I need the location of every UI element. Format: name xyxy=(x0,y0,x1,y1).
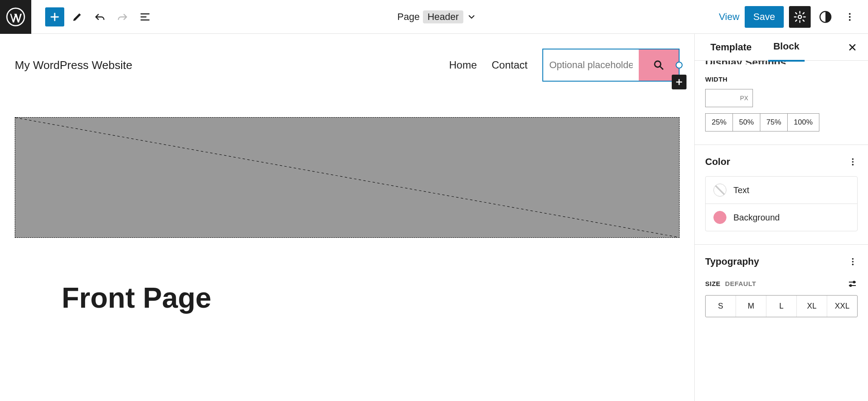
styles-button[interactable] xyxy=(816,7,835,26)
resize-handle[interactable] xyxy=(676,62,683,69)
toolbar-right: View Save xyxy=(719,6,868,28)
svg-point-32 xyxy=(849,284,852,287)
nav-link-home[interactable]: Home xyxy=(449,59,477,71)
doc-type-label: Page xyxy=(397,11,419,23)
width-label: WIDTH xyxy=(705,76,858,83)
image-placeholder[interactable] xyxy=(15,117,680,238)
toolbar-left xyxy=(31,7,155,26)
close-sidebar-button[interactable] xyxy=(847,42,858,53)
typography-options-button[interactable] xyxy=(848,257,858,266)
sliders-icon xyxy=(847,279,858,289)
svg-point-31 xyxy=(853,281,855,283)
color-background-row[interactable]: Background xyxy=(706,204,857,231)
typography-section-head: Typography xyxy=(705,256,858,267)
search-input[interactable] xyxy=(543,49,639,81)
settings-button[interactable] xyxy=(789,6,811,28)
settings-sidebar: Template Block Display Settings WIDTH PX… xyxy=(694,34,868,401)
color-options-button[interactable] xyxy=(848,157,858,167)
svg-point-26 xyxy=(852,161,854,163)
width-presets: 25% 50% 75% 100% xyxy=(705,113,858,131)
size-custom-button[interactable] xyxy=(847,279,858,289)
width-preset-75[interactable]: 75% xyxy=(760,113,788,131)
site-title[interactable]: My WordPress Website xyxy=(15,59,132,72)
more-options-button[interactable] xyxy=(840,7,859,26)
divider xyxy=(695,145,868,145)
site-header: My WordPress Website Home Contact xyxy=(15,49,680,82)
color-text-row[interactable]: Text xyxy=(706,177,857,204)
sidebar-content[interactable]: Display Settings WIDTH PX 25% 50% 75% 10… xyxy=(695,61,868,401)
svg-point-25 xyxy=(852,158,854,160)
svg-point-3 xyxy=(849,13,851,15)
svg-point-30 xyxy=(852,264,854,266)
redo-button xyxy=(113,7,132,26)
size-label: SIZE xyxy=(705,280,720,287)
size-row: SIZE DEFAULT xyxy=(705,279,858,289)
template-part-pill: Header xyxy=(423,10,463,23)
svg-point-28 xyxy=(852,258,854,260)
chevron-down-icon xyxy=(467,12,476,22)
more-vertical-icon xyxy=(848,157,858,167)
more-vertical-icon xyxy=(848,257,858,266)
search-icon xyxy=(653,59,665,71)
background-color-swatch xyxy=(713,211,726,224)
svg-point-1 xyxy=(798,15,802,19)
size-xl[interactable]: XL xyxy=(796,296,827,317)
color-list: Text Background xyxy=(705,176,858,231)
typography-title: Typography xyxy=(705,256,759,267)
width-preset-50[interactable]: 50% xyxy=(733,113,760,131)
nav-link-contact[interactable]: Contact xyxy=(492,59,528,71)
size-m[interactable]: M xyxy=(736,296,766,317)
width-unit: PX xyxy=(740,95,748,102)
header-right: Home Contact xyxy=(449,49,680,82)
tab-template[interactable]: Template xyxy=(705,34,757,61)
text-color-swatch xyxy=(713,184,726,197)
document-overview-button[interactable] xyxy=(135,7,155,26)
size-options: S M L XL XXL xyxy=(705,295,858,317)
divider xyxy=(695,244,868,245)
width-preset-100[interactable]: 100% xyxy=(787,113,819,131)
color-text-label: Text xyxy=(733,185,749,195)
top-toolbar: Page Header View Save xyxy=(0,0,868,34)
edit-tools-button[interactable] xyxy=(68,7,87,26)
close-icon xyxy=(847,42,858,53)
svg-point-4 xyxy=(849,16,851,18)
size-default-label: DEFAULT xyxy=(725,280,756,287)
width-preset-25[interactable]: 25% xyxy=(705,113,733,131)
svg-line-24 xyxy=(15,118,679,237)
size-l[interactable]: L xyxy=(766,296,796,317)
size-xxl[interactable]: XXL xyxy=(827,296,857,317)
tab-block[interactable]: Block xyxy=(768,33,805,62)
color-background-label: Background xyxy=(733,213,780,223)
add-block-button[interactable] xyxy=(45,7,64,26)
save-button[interactable]: Save xyxy=(745,6,784,28)
page-title[interactable]: Front Page xyxy=(62,281,680,314)
undo-button[interactable] xyxy=(90,7,109,26)
editor-canvas[interactable]: My WordPress Website Home Contact xyxy=(0,34,694,401)
document-breadcrumb[interactable]: Page Header xyxy=(155,10,719,23)
color-section-head: Color xyxy=(705,156,858,168)
width-input[interactable]: PX xyxy=(705,89,753,107)
view-link[interactable]: View xyxy=(719,11,739,23)
add-block-inline-button[interactable] xyxy=(672,75,686,89)
color-title: Color xyxy=(705,156,730,168)
sidebar-tabs: Template Block xyxy=(695,34,868,61)
size-s[interactable]: S xyxy=(706,296,736,317)
svg-point-27 xyxy=(852,164,854,166)
search-block[interactable] xyxy=(542,49,680,82)
main-area: My WordPress Website Home Contact xyxy=(0,34,868,401)
svg-point-5 xyxy=(849,19,851,21)
svg-point-29 xyxy=(852,261,854,263)
wordpress-logo[interactable] xyxy=(0,0,31,34)
